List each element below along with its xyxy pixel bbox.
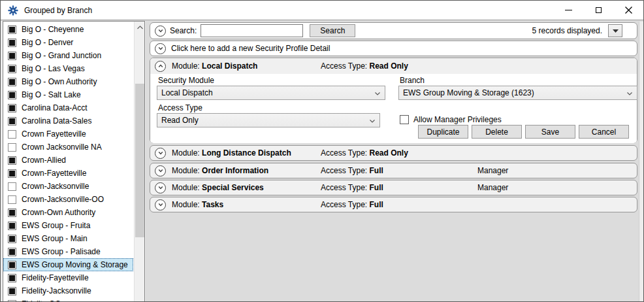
add-expander-button[interactable]: [155, 43, 166, 54]
combo-chevron-icon: [626, 90, 633, 97]
security-module-value: Local Dispatch: [161, 88, 213, 97]
chevron-down-icon: [157, 27, 164, 34]
branch-checkbox[interactable]: [8, 52, 16, 60]
save-button[interactable]: Save: [525, 125, 575, 139]
branch-label: Crown-Own Authority: [22, 208, 95, 217]
branch-label: Big O - Grand Junction: [22, 51, 101, 60]
branch-list-item[interactable]: Crown Jacksonville NA: [3, 141, 133, 154]
branch-list-item[interactable]: Big O - Salt Lake: [3, 88, 133, 101]
close-icon: [625, 7, 632, 14]
branch-list-item[interactable]: Big O - Own Authority: [3, 75, 133, 88]
branch-value: EWS Group Moving & Storage (1623): [403, 88, 534, 97]
module-header-text: Module: Long Distance Dispatch: [172, 148, 321, 158]
expand-button[interactable]: [155, 182, 166, 193]
branch-list-item[interactable]: Crown Fayetteville: [3, 127, 133, 141]
expand-button[interactable]: [155, 165, 166, 176]
section-header[interactable]: Module: Special Services Access Type: Fu…: [150, 180, 637, 195]
branch-checkbox[interactable]: [8, 39, 16, 47]
access-header-text: Access Type: Read Only: [321, 148, 477, 158]
title-bar: Grouped by Branch: [1, 1, 643, 20]
branch-checkbox[interactable]: [8, 156, 16, 165]
branch-list-item[interactable]: EWS Group - Main: [3, 232, 133, 245]
branch-list-item[interactable]: EWS Group - Fruita: [3, 219, 133, 232]
branch-list-item[interactable]: Fidelity-Jacksonville: [3, 284, 133, 297]
branch-checkbox[interactable]: [8, 169, 16, 178]
branch-label: Big O - Denver: [22, 38, 73, 47]
branch-label: EWS Group Moving & Storage: [22, 260, 128, 269]
access-header-text: Access Type: Full: [321, 200, 477, 209]
section-header[interactable]: Module: Long Distance Dispatch Access Ty…: [150, 146, 637, 160]
branch-list-item[interactable]: EWS Group - Palisade: [3, 245, 133, 258]
branch-checkbox[interactable]: [8, 300, 16, 302]
minimize-icon: [565, 10, 572, 10]
collapse-expander-button[interactable]: [155, 61, 166, 72]
add-profile-row[interactable]: Click here to add a new Security Profile…: [150, 41, 637, 56]
close-button[interactable]: [613, 1, 643, 20]
branch-list-item[interactable]: Crown-Allied: [3, 154, 133, 167]
branch-list-item[interactable]: Carolina Data-Sales: [3, 114, 133, 127]
minimize-button[interactable]: [553, 1, 583, 20]
scrollbar-thumb[interactable]: [135, 84, 144, 237]
search-input[interactable]: [201, 24, 303, 37]
branch-list-item[interactable]: Crown-Fayetteville: [3, 167, 133, 180]
branch-list-item[interactable]: Crown-Jacksonville-OO: [3, 193, 133, 206]
branch-label: Carolina Data-Acct: [22, 103, 88, 112]
branch-checkbox[interactable]: [8, 261, 16, 269]
branch-list-item[interactable]: Big O - Denver: [3, 36, 133, 49]
branch-list-item[interactable]: Big O - Cheyenne: [3, 23, 133, 36]
access-header-text: Access Type: Full: [321, 183, 477, 192]
branch-combobox[interactable]: EWS Group Moving & Storage (1623): [398, 86, 637, 100]
branch-list-item[interactable]: Big O - Las Vegas: [3, 62, 133, 75]
expand-button[interactable]: [155, 148, 166, 159]
branch-checkbox[interactable]: [8, 117, 16, 126]
window-title: Grouped by Branch: [24, 6, 92, 15]
branch-list-item[interactable]: Carolina Data-Acct: [3, 101, 133, 114]
branch-checkbox[interactable]: [8, 222, 16, 230]
branch-checkbox[interactable]: [8, 274, 16, 282]
checkbox-box[interactable]: [400, 115, 409, 124]
allow-manager-checkbox[interactable]: Allow Manager Privileges: [400, 115, 502, 124]
branch-checkbox[interactable]: [8, 65, 16, 73]
branch-list-scrollbar[interactable]: [134, 22, 144, 302]
scroll-up-button[interactable]: [135, 22, 145, 33]
search-expander-button[interactable]: [155, 25, 166, 37]
access-type-combobox[interactable]: Read Only: [157, 113, 380, 127]
combo-chevron-icon: [374, 90, 381, 97]
section-header[interactable]: Module: Local Dispatch Access Type: Read…: [150, 58, 637, 74]
cancel-button[interactable]: Cancel: [579, 125, 629, 139]
branch-list-item[interactable]: Crown-Jacksonville: [3, 180, 133, 193]
duplicate-button[interactable]: Duplicate: [418, 125, 468, 139]
section-header[interactable]: Module: Order Information Access Type: F…: [150, 163, 637, 178]
branch-list-item[interactable]: Fidelity-Fayetteville: [3, 271, 133, 284]
branch-checkbox[interactable]: [8, 25, 16, 34]
security-module-combobox[interactable]: Local Dispatch: [157, 86, 385, 100]
search-button[interactable]: Search: [310, 24, 355, 37]
branch-checkbox[interactable]: [8, 209, 16, 217]
main-scrollbar-track[interactable]: [639, 22, 643, 301]
branch-list-item[interactable]: EWS Group Moving & Storage: [3, 258, 133, 271]
action-buttons: Duplicate Delete Save Cancel: [418, 125, 629, 139]
section-body: Security Module Local Dispatch Branch EW…: [150, 74, 637, 143]
maximize-button[interactable]: [583, 1, 613, 20]
branch-list: Big O - Cheyenne Big O - Denver Big O - …: [3, 23, 133, 302]
delete-button[interactable]: Delete: [472, 125, 522, 139]
section-header[interactable]: Module: Tasks Access Type: Full: [150, 197, 637, 212]
branch-checkbox[interactable]: [8, 235, 16, 243]
branch-list-item[interactable]: Crown-Own Authority: [3, 206, 133, 219]
expand-button[interactable]: [155, 199, 166, 210]
branch-checkbox[interactable]: [8, 287, 16, 295]
branch-list-item[interactable]: Fidelity-OO: [3, 297, 133, 302]
branch-checkbox[interactable]: [8, 130, 16, 139]
branch-checkbox[interactable]: [8, 104, 16, 112]
branch-checkbox[interactable]: [8, 182, 16, 191]
chevron-up-icon: [157, 63, 164, 69]
branch-checkbox[interactable]: [8, 195, 16, 204]
branch-checkbox[interactable]: [8, 78, 16, 86]
section-local-dispatch: Module: Local Dispatch Access Type: Read…: [150, 58, 637, 143]
branch-checkbox[interactable]: [8, 143, 16, 152]
records-dropdown-button[interactable]: [608, 24, 622, 37]
branch-checkbox[interactable]: [8, 248, 16, 256]
add-profile-label: Click here to add a new Security Profile…: [171, 44, 330, 53]
branch-checkbox[interactable]: [8, 91, 16, 99]
branch-list-item[interactable]: Big O - Grand Junction: [3, 49, 133, 62]
